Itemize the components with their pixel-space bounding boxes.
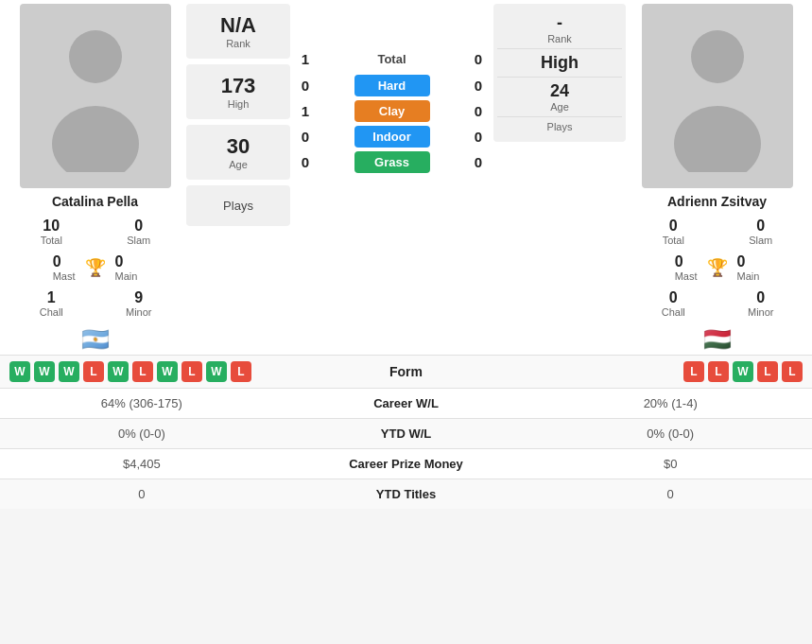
right-ytd-titles: 0: [538, 487, 803, 501]
left-ytd-titles: 0: [9, 487, 274, 501]
left-form-badge-w: W: [59, 361, 79, 382]
indoor-button: Indoor: [354, 126, 430, 148]
ytd-wl-row: 0% (0-0) YTD W/L 0% (0-0): [0, 418, 812, 448]
right-rank-label: Rank: [497, 33, 622, 44]
right-flag-area: 🇭🇺: [630, 326, 804, 353]
left-mast-cell: 0 Mast: [51, 251, 78, 285]
left-form-badge-l: L: [231, 361, 251, 382]
left-stats-grid: 10 Total 0 Slam: [8, 215, 182, 249]
left-age-label: Age: [190, 159, 286, 170]
left-ytd-wl: 0% (0-0): [9, 426, 274, 441]
right-avatar: [642, 4, 793, 188]
svg-point-3: [674, 106, 761, 172]
left-plays-box: Plays: [186, 185, 290, 226]
right-form-badge-l: L: [683, 361, 704, 382]
left-high-box: 173 High: [186, 64, 290, 119]
right-ytd-wl: 0% (0-0): [538, 426, 803, 441]
hard-button: Hard: [354, 75, 430, 96]
right-age-label: Age: [497, 101, 622, 113]
right-rank-val: -: [497, 13, 622, 33]
svg-point-1: [52, 106, 139, 172]
main-row: Catalina Pella 10 Total 0 Slam 0 Mast 🏆: [0, 0, 812, 324]
right-main-value: 0: [737, 253, 760, 270]
left-minor-value: 9: [97, 289, 181, 306]
left-main-cell: 0 Main: [113, 251, 140, 285]
left-total-label: Total: [9, 235, 94, 246]
left-mast-label: Mast: [53, 270, 76, 282]
clay-row: 1 Clay 0: [294, 100, 490, 122]
right-age-val: 24: [497, 81, 622, 101]
indoor-row: 0 Indoor 0: [294, 126, 490, 148]
left-form-badge-w: W: [206, 361, 227, 382]
clay-button: Clay: [354, 100, 430, 122]
left-flag-area: 🇦🇷: [8, 326, 182, 353]
right-total-label: Total: [631, 235, 716, 246]
right-form-badge-l: L: [708, 361, 729, 382]
left-rank-box: N/A Rank: [186, 4, 290, 59]
right-career-wl: 20% (1-4): [538, 396, 803, 410]
left-form-badge-l: L: [181, 361, 202, 382]
left-player-card: Catalina Pella 10 Total 0 Slam 0 Mast 🏆: [8, 4, 182, 321]
total-right-score: 0: [467, 51, 490, 67]
total-row: 1 Total 0: [294, 51, 490, 67]
left-slam-label: Slam: [97, 235, 181, 246]
right-minor-label: Minor: [719, 306, 803, 318]
grass-left-score: 0: [294, 154, 317, 170]
left-center-col: N/A Rank 173 High 30 Age Plays: [186, 4, 290, 226]
bottom-section: WWWLWLWLWL Form LLWLL 64% (306-175) Care…: [0, 355, 812, 509]
ytd-wl-label: YTD W/L: [274, 426, 539, 441]
left-rank-label: Rank: [190, 38, 286, 49]
right-main-cell: 0 Main: [735, 251, 762, 285]
ytd-titles-label: YTD Titles: [274, 487, 539, 501]
total-label: Total: [320, 52, 463, 66]
svg-point-0: [69, 30, 122, 83]
left-main-label: Main: [115, 270, 138, 282]
indoor-right-score: 0: [467, 129, 490, 145]
right-chall-minor: 0 Chall 0 Minor: [630, 287, 804, 321]
scores-column: 1 Total 0 0 Hard 0 1 Clay 0 0 Indoor 0: [294, 4, 490, 173]
left-chall-label: Chall: [9, 306, 94, 318]
left-form-badge-w: W: [34, 361, 55, 382]
right-high-label: High: [497, 53, 622, 73]
svg-point-2: [691, 30, 744, 83]
right-form: LLWLL: [538, 361, 803, 382]
right-main-label: Main: [737, 270, 760, 282]
right-high-section: High: [497, 48, 622, 77]
right-minor-cell: 0 Minor: [717, 287, 805, 321]
right-player-card: Adrienn Zsitvay 0 Total 0 Slam 0 Mast 🏆: [630, 4, 804, 321]
left-form: WWWLWLWLWL: [9, 361, 274, 382]
right-plays-label: Plays: [497, 121, 622, 132]
left-form-badge-w: W: [157, 361, 178, 382]
left-trophy-icon: 🏆: [85, 257, 106, 278]
right-form-badge-l: L: [757, 361, 778, 382]
right-minor-value: 0: [719, 289, 803, 306]
form-label: Form: [274, 364, 539, 379]
clay-right-score: 0: [467, 103, 490, 119]
right-total-cell: 0 Total: [630, 215, 717, 249]
right-chall-cell: 0 Chall: [630, 287, 717, 321]
left-career-wl: 64% (306-175): [9, 396, 274, 410]
left-slam-value: 0: [97, 218, 181, 235]
main-container: Catalina Pella 10 Total 0 Slam 0 Mast 🏆: [0, 0, 812, 509]
left-high-val: 173: [190, 74, 286, 98]
left-minor-label: Minor: [97, 306, 181, 318]
right-slam-label: Slam: [719, 235, 803, 246]
right-form-badge-l: L: [782, 361, 803, 382]
right-plays-section: Plays: [497, 116, 622, 136]
left-form-badge-l: L: [132, 361, 153, 382]
total-left-score: 1: [294, 51, 317, 67]
right-slam-cell: 0 Slam: [717, 215, 805, 249]
hard-row: 0 Hard 0: [294, 75, 490, 96]
left-main-value: 0: [115, 253, 138, 270]
grass-button: Grass: [354, 151, 430, 173]
ytd-titles-row: 0 YTD Titles 0: [0, 479, 812, 509]
left-form-badge-w: W: [9, 361, 30, 382]
right-trophy-row: 0 Mast 🏆 0 Main: [630, 251, 804, 285]
left-prize: $4,405: [9, 457, 274, 471]
prize-label: Career Prize Money: [274, 457, 539, 471]
left-age-box: 30 Age: [186, 125, 290, 180]
right-age-section: 24 Age: [497, 77, 622, 116]
left-chall-cell: 1 Chall: [8, 287, 95, 321]
left-slam-cell: 0 Slam: [95, 215, 183, 249]
right-flag: 🇭🇺: [703, 326, 732, 352]
